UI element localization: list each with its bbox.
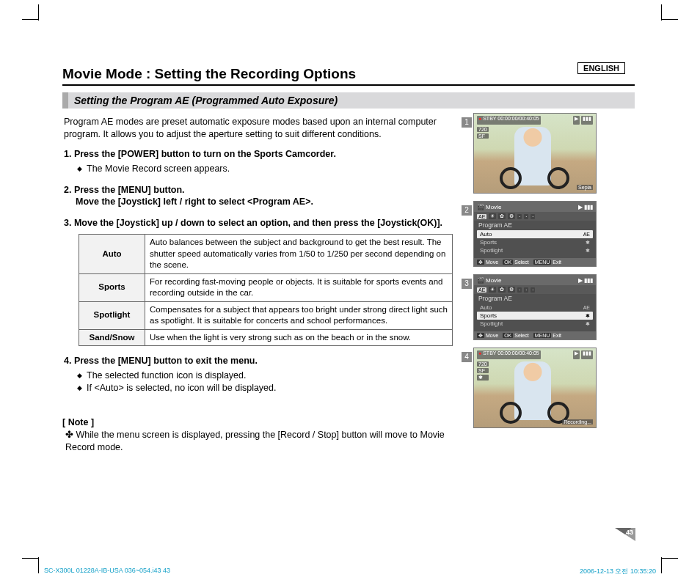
page-title: Movie Mode : Setting the Recording Optio… (62, 66, 635, 86)
step-2-heading-a: 2. Press the [MENU] button. (64, 184, 464, 196)
step-3-heading: 3. Move the [Joystick] up / down to sele… (64, 217, 464, 229)
language-badge: ENGLISH (577, 62, 625, 74)
screenshot-3: 3 🎬 Movie▶ ▮▮▮ AE☀✿⚙··· Program AE AutoA… (473, 274, 620, 340)
footer-left: SC-X300L 01228A-IB-USA 036~054.i43 43 (44, 567, 170, 576)
screenshot-4: 4 ● STBY 00:00:00/00:40:05 ▶▮▮▮ 720SF✱ R… (473, 348, 620, 428)
screenshot-number: 4 (462, 352, 472, 362)
step-4-sub-1: The selected function icon is displayed. (77, 370, 464, 382)
screenshot-2: 2 🎬 Movie▶ ▮▮▮ AE☀✿⚙··· Program AE AutoA… (473, 201, 620, 267)
screenshot-number: 1 (462, 117, 472, 128)
main-text-column: Program AE modes are preset automatic ex… (62, 113, 473, 454)
screenshot-1: 1 ● STBY 00:00:00/00:40:05 ▶▮▮▮ 720SF Se… (473, 113, 620, 194)
screenshot-number: 2 (462, 205, 472, 216)
table-row: SportsFor recording fast-moving people o… (79, 273, 453, 301)
step-4-heading: 4. Press the [MENU] button to exit the m… (64, 355, 464, 367)
step-1-sub: The Movie Record screen appears. (77, 163, 464, 175)
mode-table: AutoAuto balances between the subject an… (79, 234, 453, 346)
intro-paragraph: Program AE modes are preset automatic ex… (62, 116, 464, 141)
note-body: While the menu screen is displayed, pres… (65, 429, 464, 454)
print-footer: SC-X300L 01228A-IB-USA 036~054.i43 43 20… (44, 567, 656, 576)
footer-right: 2006-12-13 오전 10:35:20 (580, 567, 656, 576)
screenshot-number: 3 (462, 279, 472, 289)
note-heading: [ Note ] (62, 416, 464, 429)
step-4-sub-2: If <Auto> is selected, no icon will be d… (77, 382, 464, 394)
screenshot-column: 1 ● STBY 00:00:00/00:40:05 ▶▮▮▮ 720SF Se… (473, 113, 620, 454)
table-row: Sand/SnowUse when the light is very stro… (79, 329, 453, 346)
section-subtitle: Setting the Program AE (Programmed Auto … (62, 92, 635, 109)
page-number-corner: 43 (615, 528, 635, 541)
table-row: AutoAuto balances between the subject an… (79, 235, 453, 274)
step-1-heading: 1. Press the [POWER] button to turn on t… (64, 148, 464, 161)
table-row: SpotlightCompensates for a subject that … (79, 301, 453, 329)
step-2-heading-b: Move the [Joystick] left / right to sele… (76, 196, 464, 208)
